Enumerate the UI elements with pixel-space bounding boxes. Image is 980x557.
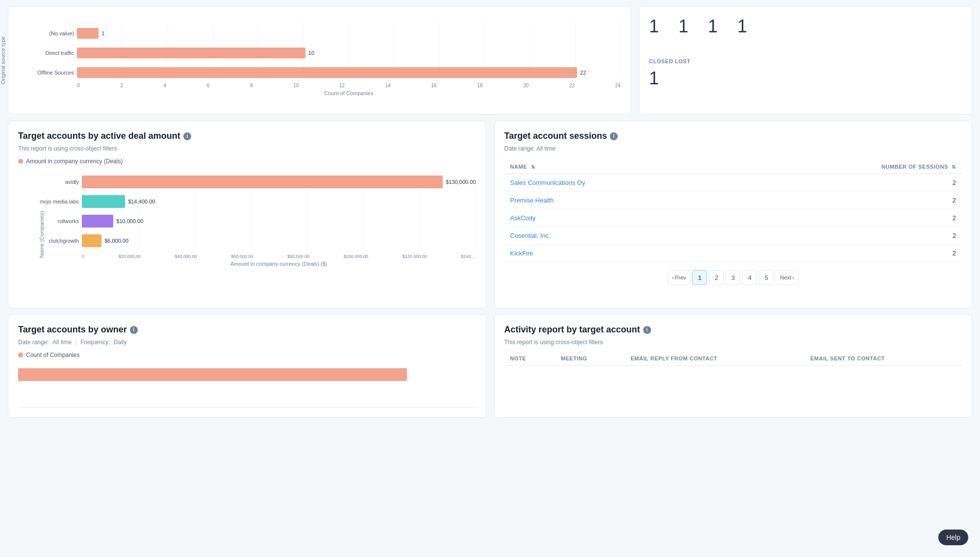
deal-chart: Name (Companies) avi — [18, 171, 476, 298]
legend-dot-deal — [18, 159, 23, 164]
deal-amount-legend: Amount in company currency (Deals) — [18, 158, 476, 165]
sessions-count-4: 2 — [734, 227, 962, 245]
deal-bar-avidly: avidly $130,000.00 — [82, 176, 476, 188]
deal-x-axis-title: Amount in company currency (Deals) ($) — [82, 261, 476, 267]
closed-lost-section: CLOSED LOST 1 — [649, 54, 962, 89]
deal-bar-rollworks: rollworks $10,000.00 — [82, 215, 476, 228]
help-label: Help — [946, 533, 960, 541]
source-chart: Original source type (No value) — [18, 16, 621, 104]
owner-title: Target accounts by owner i — [18, 325, 476, 335]
activity-table: NOTE MEETING EMAIL REPLY FROM CONTACT EM… — [504, 352, 962, 366]
company-name-4[interactable]: Cosential, Inc. — [504, 227, 734, 245]
deal-bar-mojo: mojo media labs $14,400.00 — [82, 195, 476, 208]
legend-dot-owner — [18, 353, 23, 357]
col-note[interactable]: NOTE — [504, 352, 555, 366]
metric-3: 1 — [708, 16, 718, 37]
owner-chart — [18, 368, 476, 407]
table-row: Premise Health 2 — [504, 192, 962, 209]
activity-card: Activity report by target account i This… — [494, 314, 973, 418]
page-2-button[interactable]: 2 — [709, 270, 724, 285]
source-chart-card: Original source type (No value) — [8, 6, 631, 115]
activity-title: Activity report by target account i — [504, 325, 962, 335]
owner-card: Target accounts by owner i Date range: A… — [8, 314, 486, 418]
page-1-button[interactable]: 1 — [692, 270, 707, 285]
sessions-card: Target account sessions i Date range: Al… — [494, 121, 973, 308]
owner-info-icon[interactable]: i — [130, 326, 138, 334]
company-name-1[interactable]: Sales Communications Oy — [504, 174, 734, 192]
source-bar-offline-fill — [77, 67, 577, 78]
pagination: ‹ Prev 1 2 3 4 5 Next › — [504, 270, 962, 285]
owner-freq-info: Date range: All time | Frequency: Daily — [18, 339, 476, 346]
sessions-sort-icon: ⇅ — [952, 164, 956, 170]
prev-button[interactable]: ‹ Prev — [668, 270, 690, 285]
sessions-info-icon[interactable]: i — [610, 132, 618, 140]
page-container: Original source type (No value) — [0, 0, 980, 557]
owner-legend: Count of Companies — [18, 352, 476, 358]
deal-bar-mojo-fill — [82, 195, 125, 208]
col-email-sent[interactable]: EMAIL SENT TO CONTACT — [804, 352, 962, 366]
metrics-card: 1 1 1 1 CLOSED LOST 1 — [639, 6, 972, 115]
top-metrics-row: 1 1 1 1 — [649, 16, 962, 37]
deal-bar-clutch-fill — [82, 234, 101, 247]
source-y-axis-label: Original source type — [0, 36, 6, 84]
col-email-reply[interactable]: EMAIL REPLY FROM CONTACT — [625, 352, 804, 366]
table-row: Cosential, Inc. 2 — [504, 227, 962, 245]
table-row: AskCody 2 — [504, 209, 962, 227]
sessions-count-1: 2 — [734, 174, 962, 192]
page-3-button[interactable]: 3 — [726, 270, 740, 285]
deal-amount-subtitle: This report is using cross-object filter… — [18, 145, 476, 152]
sessions-count-3: 2 — [734, 209, 962, 227]
middle-row: Target accounts by active deal amount i … — [0, 115, 980, 314]
activity-info-icon[interactable]: i — [643, 326, 651, 334]
table-row: Sales Communications Oy 2 — [504, 174, 962, 192]
owner-bar — [18, 368, 407, 381]
source-bar-direct: Direct traffic 10 — [77, 48, 621, 58]
col-meeting[interactable]: MEETING — [555, 352, 625, 366]
bottom-row: Target accounts by owner i Date range: A… — [0, 314, 980, 424]
metric-1: 1 — [649, 16, 659, 37]
metric-2: 1 — [678, 16, 688, 37]
metric-4: 1 — [737, 16, 747, 37]
sessions-date-range: Date range: All time — [504, 145, 962, 152]
company-name-3[interactable]: AskCody — [504, 209, 734, 227]
page-5-button[interactable]: 5 — [759, 270, 774, 285]
sessions-count-5: 2 — [734, 245, 962, 262]
source-bar-direct-fill — [77, 48, 305, 58]
deal-x-axis: 0 $20,000.00 $40,000.00 $60,000.00 $80,0… — [82, 254, 476, 259]
source-bar-no-value: (No value) 1 — [77, 28, 621, 39]
deal-amount-card: Target accounts by active deal amount i … — [8, 121, 486, 308]
deal-bar-avidly-fill — [82, 176, 443, 188]
sessions-count-2: 2 — [734, 192, 962, 209]
source-x-axis-title: Count of Companies — [77, 90, 621, 96]
help-button[interactable]: Help — [938, 530, 968, 545]
source-bar-offline: Offline Sources 22 — [77, 67, 621, 78]
deal-amount-info-icon[interactable]: i — [183, 132, 191, 140]
company-name-5[interactable]: KickFire — [504, 245, 734, 262]
deal-bar-rollworks-fill — [82, 215, 113, 228]
col-name[interactable]: NAME ⇅ — [504, 160, 734, 174]
source-bar-no-value-fill — [77, 28, 99, 39]
deal-amount-title: Target accounts by active deal amount i — [18, 131, 476, 141]
deal-bar-clutch: clutchgrowth $6,000.00 — [82, 234, 476, 247]
col-sessions[interactable]: NUMBER OF SESSIONS ⇅ — [734, 160, 962, 174]
source-x-axis: 0 2 4 6 8 10 12 14 16 18 20 22 2 — [77, 83, 621, 88]
sessions-table: NAME ⇅ NUMBER OF SESSIONS ⇅ Sales Commun… — [504, 160, 962, 262]
name-sort-icon: ⇅ — [531, 164, 535, 170]
next-button[interactable]: Next › — [776, 270, 798, 285]
table-row: KickFire 2 — [504, 245, 962, 262]
activity-subtitle: This report is using cross-object filter… — [504, 339, 962, 346]
top-row: Original source type (No value) — [0, 0, 980, 115]
page-4-button[interactable]: 4 — [742, 270, 757, 285]
company-name-2[interactable]: Premise Health — [504, 192, 734, 209]
sessions-title: Target account sessions i — [504, 131, 962, 141]
